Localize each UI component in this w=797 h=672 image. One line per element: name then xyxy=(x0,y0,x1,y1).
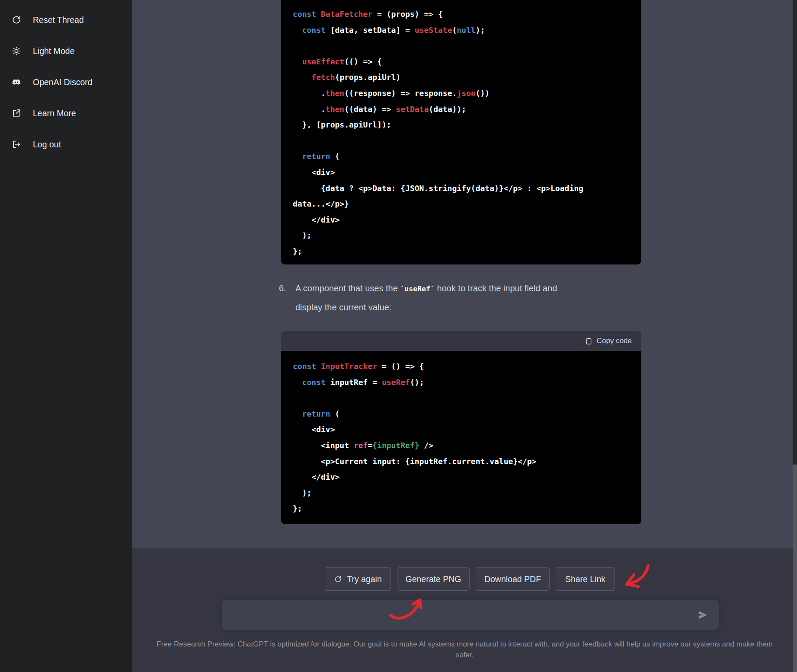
copy-code-button[interactable]: Copy code xyxy=(585,337,632,345)
code-block-datafetcher: const DataFetcher = (props) => { const [… xyxy=(281,0,641,264)
sidebar: Reset Thread Light Mode OpenAI Discord xyxy=(0,0,132,672)
copy-code-label: Copy code xyxy=(597,337,632,345)
code-line xyxy=(293,38,630,54)
code-line: const DataFetcher = (props) => { xyxy=(293,6,630,22)
message-input[interactable] xyxy=(222,600,719,630)
sidebar-item-reset-thread[interactable]: Reset Thread xyxy=(4,10,128,30)
code-line: fetch(props.apiUrl) xyxy=(293,70,630,86)
code-line: <input ref={inputRef} /> xyxy=(293,438,630,454)
scrollbar-thumb[interactable] xyxy=(793,465,797,672)
sidebar-item-log-out[interactable]: Log out xyxy=(4,134,128,155)
list-item-6: 6. A component that uses the `useRef` ho… xyxy=(279,279,629,317)
code-line: data...</p>} xyxy=(293,196,630,212)
code-line: }; xyxy=(293,244,630,260)
inline-code: `useRef` xyxy=(400,285,434,293)
reset-icon xyxy=(11,15,22,25)
code-line: </div> xyxy=(293,212,630,228)
list-item-number: 6. xyxy=(279,279,295,317)
code-line: return ( xyxy=(293,149,630,165)
download-pdf-button[interactable]: Download PDF xyxy=(476,567,550,591)
code-line: const [data, setData] = useState(null); xyxy=(293,22,630,38)
code-line: {data ? <p>Data: {JSON.stringify(data)}<… xyxy=(293,181,630,197)
code-block-header: Copy code xyxy=(281,331,641,351)
code-line: ); xyxy=(293,228,630,244)
code-line: </div> xyxy=(293,469,630,485)
sidebar-item-openai-discord[interactable]: OpenAI Discord xyxy=(4,72,128,92)
try-again-button[interactable]: Try again xyxy=(325,567,391,591)
send-icon xyxy=(697,609,708,621)
sidebar-item-label: Light Mode xyxy=(33,46,74,56)
sidebar-item-label: Log out xyxy=(33,140,61,150)
message-input-container xyxy=(222,600,719,630)
code-line: <p>Current input: {inputRef.current.valu… xyxy=(293,454,630,470)
code-line: const InputTracker = () => { xyxy=(293,359,630,375)
share-link-button[interactable]: Share Link xyxy=(556,567,615,591)
generate-png-button[interactable]: Generate PNG xyxy=(397,567,470,591)
refresh-icon xyxy=(334,575,342,583)
sidebar-item-light-mode[interactable]: Light Mode xyxy=(4,41,128,61)
code-line xyxy=(293,133,630,149)
external-link-icon xyxy=(11,108,22,118)
send-button[interactable] xyxy=(693,605,713,624)
code-line: <div> xyxy=(293,165,630,181)
code-line: <div> xyxy=(293,422,630,438)
discord-icon xyxy=(11,77,22,87)
sidebar-item-learn-more[interactable]: Learn More xyxy=(4,103,128,124)
list-item-text: A component that uses the `useRef` hook … xyxy=(295,279,557,317)
sidebar-item-label: OpenAI Discord xyxy=(33,77,93,87)
code-line: ); xyxy=(293,485,630,501)
code-line xyxy=(293,390,630,406)
clipboard-icon xyxy=(585,337,593,345)
sidebar-item-label: Reset Thread xyxy=(33,15,84,25)
code-line: .then((response) => response.json()) xyxy=(293,86,630,102)
code-line: return ( xyxy=(293,406,630,422)
sun-icon xyxy=(11,46,22,56)
code-line: }, [props.apiUrl]); xyxy=(293,117,630,133)
code-line: .then((data) => setData(data)); xyxy=(293,102,630,118)
disclaimer-text: Free Research Preview: ChatGPT is optimi… xyxy=(132,639,797,660)
chatgpt-window: Reset Thread Light Mode OpenAI Discord xyxy=(0,0,797,672)
action-button-row: Try again Generate PNG Download PDF Shar… xyxy=(325,567,615,591)
logout-icon xyxy=(11,139,22,150)
code-line: }; xyxy=(293,501,630,517)
code-block-inputtracker: const InputTracker = () => { const input… xyxy=(281,351,641,524)
sidebar-item-label: Learn More xyxy=(33,108,76,118)
code-line: useEffect(() => { xyxy=(293,54,630,70)
code-line: const inputRef = useRef(); xyxy=(293,375,630,391)
